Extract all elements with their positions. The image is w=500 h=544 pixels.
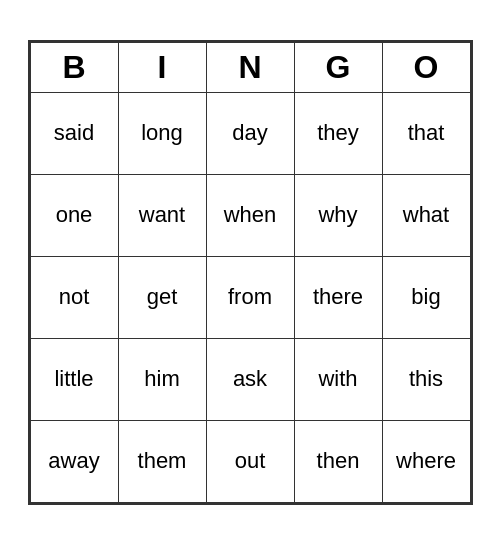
table-cell: when (206, 174, 294, 256)
table-cell: this (382, 338, 470, 420)
table-cell: from (206, 256, 294, 338)
table-cell: long (118, 92, 206, 174)
header-g: G (294, 42, 382, 92)
table-cell: little (30, 338, 118, 420)
table-cell: what (382, 174, 470, 256)
bingo-card: B I N G O saidlongdaytheythatonewantwhen… (28, 40, 473, 505)
table-cell: they (294, 92, 382, 174)
table-cell: said (30, 92, 118, 174)
table-cell: not (30, 256, 118, 338)
header-o: O (382, 42, 470, 92)
table-cell: then (294, 420, 382, 502)
table-row: awaythemoutthenwhere (30, 420, 470, 502)
header-i: I (118, 42, 206, 92)
header-b: B (30, 42, 118, 92)
table-cell: one (30, 174, 118, 256)
table-cell: there (294, 256, 382, 338)
table-cell: big (382, 256, 470, 338)
header-row: B I N G O (30, 42, 470, 92)
table-cell: that (382, 92, 470, 174)
table-row: notgetfromtherebig (30, 256, 470, 338)
table-row: littlehimaskwiththis (30, 338, 470, 420)
table-cell: with (294, 338, 382, 420)
bingo-table: B I N G O saidlongdaytheythatonewantwhen… (30, 42, 471, 503)
table-cell: where (382, 420, 470, 502)
table-cell: want (118, 174, 206, 256)
table-row: onewantwhenwhywhat (30, 174, 470, 256)
table-cell: out (206, 420, 294, 502)
table-cell: away (30, 420, 118, 502)
table-cell: them (118, 420, 206, 502)
table-row: saidlongdaytheythat (30, 92, 470, 174)
header-n: N (206, 42, 294, 92)
table-cell: why (294, 174, 382, 256)
table-cell: get (118, 256, 206, 338)
table-cell: ask (206, 338, 294, 420)
table-cell: day (206, 92, 294, 174)
table-cell: him (118, 338, 206, 420)
